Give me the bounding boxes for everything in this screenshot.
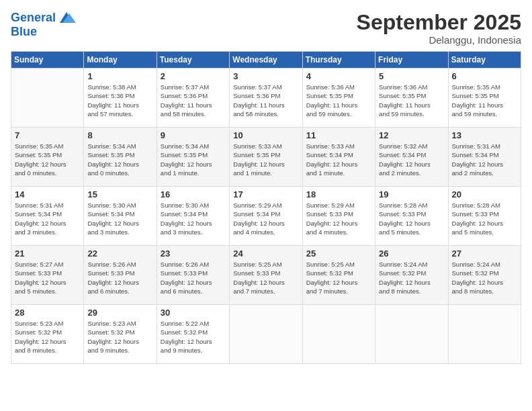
calendar-cell: 1Sunrise: 5:38 AM Sunset: 5:36 PM Daylig… bbox=[84, 68, 157, 128]
calendar-cell: 22Sunrise: 5:26 AM Sunset: 5:33 PM Dayli… bbox=[84, 246, 157, 305]
day-number: 25 bbox=[306, 248, 371, 259]
day-info: Sunrise: 5:26 AM Sunset: 5:33 PM Dayligh… bbox=[161, 260, 226, 295]
week-row-2: 7Sunrise: 5:35 AM Sunset: 5:35 PM Daylig… bbox=[11, 128, 521, 187]
day-info: Sunrise: 5:23 AM Sunset: 5:32 PM Dayligh… bbox=[15, 319, 80, 355]
calendar-cell: 5Sunrise: 5:36 AM Sunset: 5:35 PM Daylig… bbox=[375, 68, 448, 128]
day-number: 3 bbox=[233, 71, 298, 81]
calendar-cell: 3Sunrise: 5:37 AM Sunset: 5:36 PM Daylig… bbox=[230, 68, 302, 128]
calendar-cell: 8Sunrise: 5:34 AM Sunset: 5:35 PM Daylig… bbox=[84, 128, 157, 187]
day-number: 17 bbox=[233, 189, 298, 199]
day-info: Sunrise: 5:24 AM Sunset: 5:32 PM Dayligh… bbox=[452, 260, 517, 295]
week-row-5: 28Sunrise: 5:23 AM Sunset: 5:32 PM Dayli… bbox=[11, 305, 521, 364]
day-number: 15 bbox=[87, 189, 152, 199]
day-number: 27 bbox=[452, 248, 517, 259]
day-info: Sunrise: 5:36 AM Sunset: 5:35 PM Dayligh… bbox=[379, 83, 444, 118]
day-number: 4 bbox=[306, 71, 371, 81]
col-tuesday: Tuesday bbox=[157, 52, 229, 68]
calendar-cell: 10Sunrise: 5:33 AM Sunset: 5:35 PM Dayli… bbox=[230, 128, 302, 187]
location: Delanggu, Indonesia bbox=[357, 34, 521, 46]
logo: General Blue bbox=[11, 11, 76, 39]
col-friday: Friday bbox=[375, 52, 448, 68]
day-number: 20 bbox=[452, 189, 517, 199]
calendar-cell: 21Sunrise: 5:27 AM Sunset: 5:33 PM Dayli… bbox=[11, 246, 84, 305]
calendar-cell: 4Sunrise: 5:36 AM Sunset: 5:35 PM Daylig… bbox=[302, 68, 375, 128]
day-info: Sunrise: 5:22 AM Sunset: 5:32 PM Dayligh… bbox=[161, 319, 226, 355]
day-info: Sunrise: 5:23 AM Sunset: 5:32 PM Dayligh… bbox=[87, 319, 152, 355]
col-saturday: Saturday bbox=[448, 52, 521, 68]
title-block: September 2025 Delanggu, Indonesia bbox=[357, 11, 521, 46]
day-info: Sunrise: 5:25 AM Sunset: 5:33 PM Dayligh… bbox=[233, 260, 298, 295]
day-number: 21 bbox=[15, 248, 80, 259]
day-info: Sunrise: 5:38 AM Sunset: 5:36 PM Dayligh… bbox=[87, 83, 152, 118]
day-info: Sunrise: 5:34 AM Sunset: 5:35 PM Dayligh… bbox=[87, 142, 152, 177]
day-info: Sunrise: 5:29 AM Sunset: 5:34 PM Dayligh… bbox=[233, 201, 298, 236]
day-number: 24 bbox=[233, 248, 298, 259]
calendar-cell: 26Sunrise: 5:24 AM Sunset: 5:32 PM Dayli… bbox=[375, 246, 448, 305]
calendar-cell bbox=[448, 305, 521, 364]
day-number: 18 bbox=[306, 189, 371, 199]
calendar-cell: 6Sunrise: 5:35 AM Sunset: 5:35 PM Daylig… bbox=[448, 68, 521, 128]
day-number: 28 bbox=[15, 308, 80, 318]
day-info: Sunrise: 5:36 AM Sunset: 5:35 PM Dayligh… bbox=[306, 83, 371, 118]
day-info: Sunrise: 5:29 AM Sunset: 5:33 PM Dayligh… bbox=[306, 201, 371, 236]
day-number: 1 bbox=[87, 71, 152, 81]
day-number: 19 bbox=[379, 189, 444, 199]
header-row: SundayMondayTuesdayWednesdayThursdayFrid… bbox=[11, 52, 521, 68]
calendar-cell: 19Sunrise: 5:28 AM Sunset: 5:33 PM Dayli… bbox=[375, 187, 448, 246]
calendar-cell: 20Sunrise: 5:28 AM Sunset: 5:33 PM Dayli… bbox=[448, 187, 521, 246]
day-number: 9 bbox=[161, 130, 226, 140]
day-info: Sunrise: 5:35 AM Sunset: 5:35 PM Dayligh… bbox=[15, 142, 80, 177]
day-info: Sunrise: 5:25 AM Sunset: 5:32 PM Dayligh… bbox=[306, 260, 371, 295]
logo-icon bbox=[57, 11, 76, 26]
day-info: Sunrise: 5:34 AM Sunset: 5:35 PM Dayligh… bbox=[161, 142, 226, 177]
day-info: Sunrise: 5:28 AM Sunset: 5:33 PM Dayligh… bbox=[379, 201, 444, 236]
week-row-4: 21Sunrise: 5:27 AM Sunset: 5:33 PM Dayli… bbox=[11, 246, 521, 305]
day-info: Sunrise: 5:26 AM Sunset: 5:33 PM Dayligh… bbox=[87, 260, 152, 295]
col-wednesday: Wednesday bbox=[230, 52, 302, 68]
day-number: 30 bbox=[161, 308, 226, 318]
day-number: 11 bbox=[306, 130, 371, 140]
page-header: General Blue September 2025 Delanggu, In… bbox=[11, 11, 521, 46]
day-info: Sunrise: 5:37 AM Sunset: 5:36 PM Dayligh… bbox=[161, 83, 226, 118]
day-info: Sunrise: 5:37 AM Sunset: 5:36 PM Dayligh… bbox=[233, 83, 298, 118]
day-number: 7 bbox=[15, 130, 80, 140]
day-info: Sunrise: 5:27 AM Sunset: 5:33 PM Dayligh… bbox=[15, 260, 80, 295]
day-info: Sunrise: 5:33 AM Sunset: 5:34 PM Dayligh… bbox=[306, 142, 371, 177]
calendar-cell: 13Sunrise: 5:31 AM Sunset: 5:34 PM Dayli… bbox=[448, 128, 521, 187]
calendar-cell: 9Sunrise: 5:34 AM Sunset: 5:35 PM Daylig… bbox=[157, 128, 229, 187]
logo-blue: Blue bbox=[11, 26, 37, 39]
day-number: 2 bbox=[161, 71, 226, 81]
day-info: Sunrise: 5:24 AM Sunset: 5:32 PM Dayligh… bbox=[379, 260, 444, 295]
calendar-cell: 12Sunrise: 5:32 AM Sunset: 5:34 PM Dayli… bbox=[375, 128, 448, 187]
col-sunday: Sunday bbox=[11, 52, 84, 68]
day-number: 8 bbox=[87, 130, 152, 140]
calendar-cell: 17Sunrise: 5:29 AM Sunset: 5:34 PM Dayli… bbox=[230, 187, 302, 246]
calendar-cell bbox=[230, 305, 302, 364]
week-row-1: 1Sunrise: 5:38 AM Sunset: 5:36 PM Daylig… bbox=[11, 68, 521, 128]
calendar-cell: 18Sunrise: 5:29 AM Sunset: 5:33 PM Dayli… bbox=[302, 187, 375, 246]
week-row-3: 14Sunrise: 5:31 AM Sunset: 5:34 PM Dayli… bbox=[11, 187, 521, 246]
logo-general: General bbox=[11, 11, 56, 25]
day-info: Sunrise: 5:31 AM Sunset: 5:34 PM Dayligh… bbox=[452, 142, 517, 177]
day-number: 13 bbox=[452, 130, 517, 140]
day-number: 14 bbox=[15, 189, 80, 199]
calendar-cell bbox=[11, 68, 84, 128]
day-number: 23 bbox=[161, 248, 226, 259]
calendar-cell: 7Sunrise: 5:35 AM Sunset: 5:35 PM Daylig… bbox=[11, 128, 84, 187]
day-number: 29 bbox=[87, 308, 152, 318]
month-title: September 2025 bbox=[357, 11, 521, 34]
calendar-cell: 28Sunrise: 5:23 AM Sunset: 5:32 PM Dayli… bbox=[11, 305, 84, 364]
day-info: Sunrise: 5:30 AM Sunset: 5:34 PM Dayligh… bbox=[161, 201, 226, 236]
calendar-cell bbox=[302, 305, 375, 364]
day-info: Sunrise: 5:31 AM Sunset: 5:34 PM Dayligh… bbox=[15, 201, 80, 236]
day-info: Sunrise: 5:28 AM Sunset: 5:33 PM Dayligh… bbox=[452, 201, 517, 236]
day-info: Sunrise: 5:33 AM Sunset: 5:35 PM Dayligh… bbox=[233, 142, 298, 177]
calendar-cell: 25Sunrise: 5:25 AM Sunset: 5:32 PM Dayli… bbox=[302, 246, 375, 305]
day-info: Sunrise: 5:35 AM Sunset: 5:35 PM Dayligh… bbox=[452, 83, 517, 118]
day-number: 26 bbox=[379, 248, 444, 259]
calendar-cell: 2Sunrise: 5:37 AM Sunset: 5:36 PM Daylig… bbox=[157, 68, 229, 128]
calendar-cell: 29Sunrise: 5:23 AM Sunset: 5:32 PM Dayli… bbox=[84, 305, 157, 364]
calendar-cell: 15Sunrise: 5:30 AM Sunset: 5:34 PM Dayli… bbox=[84, 187, 157, 246]
calendar-cell: 14Sunrise: 5:31 AM Sunset: 5:34 PM Dayli… bbox=[11, 187, 84, 246]
day-number: 16 bbox=[161, 189, 226, 199]
